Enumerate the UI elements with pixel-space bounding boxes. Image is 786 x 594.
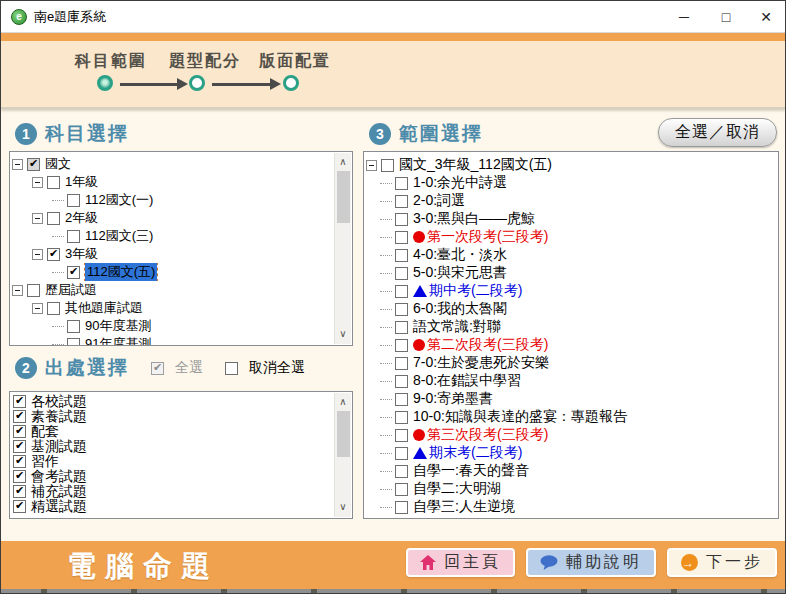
source-list-item[interactable]: 會考試題 [10,469,332,484]
range-tree-item[interactable]: 第三次段考(三段考) [364,426,774,444]
range-tree-item[interactable]: 4-0:臺北・淡水 [364,246,774,264]
range-item-label[interactable]: 1-0:余光中詩選 [413,174,507,192]
checkbox[interactable] [395,303,408,316]
subject-tree-item[interactable]: 3年級 [10,245,332,263]
range-item-label[interactable]: 5-0:與宋元思書 [413,264,507,282]
range-tree-item[interactable]: 自學一:春天的聲音 [364,462,774,480]
subject-tree-item[interactable]: 112國文(一) [10,191,332,209]
tree-expand-icon[interactable] [366,160,377,171]
range-item-label[interactable]: 9-0:寄弟墨書 [413,390,493,408]
checkbox[interactable] [67,320,80,333]
checkbox[interactable] [395,285,408,298]
tree-expand-icon[interactable] [32,249,43,260]
range-item-label[interactable]: 2-0:詞選 [413,192,465,210]
checkbox[interactable] [13,455,26,468]
tree-item-label[interactable]: 國文 [45,155,71,173]
checkbox[interactable] [395,447,408,460]
step-circle-2[interactable] [189,75,205,91]
source-item-label[interactable]: 配套 [31,424,59,439]
subject-tree-item[interactable]: 1年級 [10,173,332,191]
checkbox[interactable] [395,231,408,244]
range-tree-item[interactable]: 期末考(二段考) [364,444,774,462]
checkbox[interactable] [13,500,26,513]
range-item-label[interactable]: 3-0:黑與白——虎鯨 [413,210,535,228]
subject-tree-item[interactable]: 112國文(五) [10,263,332,281]
tree-item-label[interactable]: 其他題庫試題 [65,299,143,317]
step-circle-3[interactable] [283,75,299,91]
range-item-label[interactable]: 第二次段考(三段考) [427,336,548,354]
tree-item-label[interactable]: 2年級 [65,209,98,227]
checkbox[interactable] [27,284,40,297]
checkbox[interactable] [13,425,26,438]
range-tree-item[interactable]: 期中考(二段考) [364,282,774,300]
range-item-label[interactable]: 7-0:生於憂患死於安樂 [413,354,549,372]
range-root-label[interactable]: 國文_3年級_112國文(五) [399,156,552,174]
range-item-label[interactable]: 10-0:知識與表達的盛宴：專題報告 [413,408,627,426]
range-item-label[interactable]: 第一次段考(三段考) [427,228,548,246]
scroll-down-icon[interactable]: ∨ [335,500,351,515]
checkbox[interactable] [395,195,408,208]
range-tree-item[interactable]: 2-0:詞選 [364,192,774,210]
checkbox[interactable] [13,410,26,423]
select-all-checkbox[interactable] [151,362,164,375]
tree-item-label[interactable]: 112國文(三) [85,227,153,245]
checkbox[interactable] [67,230,80,243]
help-button[interactable]: 輔助說明 [526,548,656,577]
range-tree-item[interactable]: 語文常識:對聯 [364,318,774,336]
source-list-item[interactable]: 配套 [10,424,332,439]
subject-tree-item[interactable]: 112國文(三) [10,227,332,245]
tree-item-label[interactable]: 1年級 [65,173,98,191]
scroll-thumb[interactable] [337,171,350,223]
tree-item-label[interactable]: 112國文(一) [85,191,153,209]
deselect-all-checkbox-group[interactable]: 取消全選 [225,359,305,377]
subject-tree-item[interactable]: 2年級 [10,209,332,227]
tree-item-label[interactable]: 歷屆試題 [45,281,97,299]
checkbox[interactable] [395,411,408,424]
range-tree-item[interactable]: 9-0:寄弟墨書 [364,390,774,408]
source-item-label[interactable]: 精選試題 [31,499,87,514]
scroll-up-icon[interactable]: ∧ [335,155,351,170]
checkbox[interactable] [395,213,408,226]
range-item-label[interactable]: 期末考(二段考) [429,444,522,462]
source-list-item[interactable]: 精選試題 [10,499,332,514]
source-list-item[interactable]: 各校試題 [10,394,332,409]
range-tree-item[interactable]: 7-0:生於憂患死於安樂 [364,354,774,372]
range-tree-item[interactable]: 自學三:人生逆境 [364,498,774,516]
select-toggle-button[interactable]: 全選／取消 [658,118,777,147]
tree-item-label[interactable]: 3年級 [65,245,98,263]
range-tree-root[interactable]: 國文_3年級_112國文(五) [364,156,774,174]
range-tree-item[interactable]: 10-0:知識與表達的盛宴：專題報告 [364,408,774,426]
step-circle-1[interactable] [97,75,113,91]
checkbox[interactable] [67,338,80,347]
source-item-label[interactable]: 習作 [31,454,59,469]
checkbox[interactable] [47,212,60,225]
checkbox[interactable] [67,266,80,279]
deselect-all-checkbox[interactable] [225,362,238,375]
subject-tree-item[interactable]: 歷屆試題 [10,281,332,299]
source-item-label[interactable]: 各校試題 [31,394,87,409]
checkbox[interactable] [395,483,408,496]
checkbox[interactable] [27,158,40,171]
tree-item-label[interactable]: 112國文(五) [85,263,157,281]
subject-tree-item[interactable]: 國文 [10,155,332,173]
subject-tree-item[interactable]: 其他題庫試題 [10,299,332,317]
scroll-thumb[interactable] [337,411,350,457]
range-tree-item[interactable]: 自學二:大明湖 [364,480,774,498]
source-list-item[interactable]: 素養試題 [10,409,332,424]
maximize-icon[interactable]: □ [709,1,743,33]
checkbox[interactable] [381,159,394,172]
range-tree-item[interactable]: 3-0:黑與白——虎鯨 [364,210,774,228]
source-scrollbar[interactable]: ∧ ∨ [334,393,351,517]
checkbox[interactable] [395,375,408,388]
checkbox[interactable] [395,321,408,334]
checkbox[interactable] [13,485,26,498]
minimize-icon[interactable]: ─ [667,1,701,33]
select-all-checkbox-group[interactable]: 全選 [151,359,203,377]
range-item-label[interactable]: 8-0:在錯誤中學習 [413,372,521,390]
home-button[interactable]: 回主頁 [406,548,515,577]
range-item-label[interactable]: 4-0:臺北・淡水 [413,246,507,264]
range-tree-item[interactable]: 1-0:余光中詩選 [364,174,774,192]
checkbox[interactable] [13,470,26,483]
range-tree-item[interactable]: 第一次段考(三段考) [364,228,774,246]
subject-tree-item[interactable]: 91年度基測 [10,335,332,346]
